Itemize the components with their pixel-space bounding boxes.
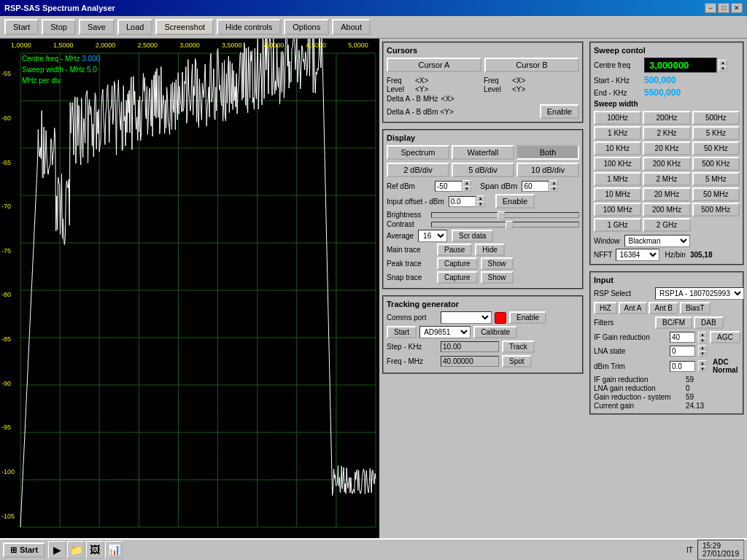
peak-show-button[interactable]: Show	[481, 257, 514, 270]
average-select[interactable]: 16832	[418, 230, 447, 242]
ic-select[interactable]: AD9851	[419, 326, 471, 338]
sweep-1mhz[interactable]: 1 MHz	[594, 172, 641, 186]
taskbar-icon-1[interactable]: ▶	[48, 541, 66, 559]
sweep-500mhz[interactable]: 500 MHz	[692, 203, 740, 217]
brightness-track[interactable]	[431, 212, 579, 218]
spot-button[interactable]: Spot	[502, 355, 532, 368]
dab-button[interactable]: DAB	[694, 316, 724, 329]
snap-capture-button[interactable]: Capture	[437, 271, 478, 284]
save-button[interactable]: Save	[79, 19, 115, 35]
sweep-50khz[interactable]: 50 KHz	[692, 141, 740, 155]
minimize-button[interactable]: −	[705, 3, 716, 13]
sweep-1khz[interactable]: 1 KHz	[594, 126, 641, 140]
nfft-select[interactable]: 16384	[616, 249, 659, 261]
dbm-trim-down[interactable]: ▼	[698, 366, 707, 372]
sweep-1ghz[interactable]: 1 GHz	[594, 218, 641, 232]
sweep-10khz[interactable]: 10 KHz	[594, 141, 641, 155]
sweep-20khz[interactable]: 20 KHz	[643, 141, 690, 155]
sweep-2khz[interactable]: 2 KHz	[643, 126, 690, 140]
maximize-button[interactable]: □	[718, 3, 729, 13]
ant-a-button[interactable]: Ant A	[619, 302, 648, 314]
freq-mhz-input[interactable]	[441, 356, 499, 367]
sweep-5mhz[interactable]: 5 MHz	[692, 172, 740, 186]
track-button[interactable]: Track	[502, 341, 535, 353]
lna-state-down[interactable]: ▼	[698, 351, 707, 357]
agc-button[interactable]: AGC	[710, 331, 740, 343]
spectrum-mode-button[interactable]: Spectrum	[387, 145, 449, 160]
waterfall-mode-button[interactable]: Waterfall	[452, 145, 514, 160]
snap-show-button[interactable]: Show	[481, 271, 514, 284]
sweep-200hz[interactable]: 200Hz	[643, 111, 690, 125]
taskbar-icon-4[interactable]: 📊	[105, 541, 123, 559]
if-gain-down[interactable]: ▼	[698, 338, 707, 343]
centre-freq-display[interactable]: 3,000000	[644, 58, 717, 73]
taskbar-icon-3[interactable]: 🖼	[86, 541, 104, 559]
input-offset-input[interactable]	[449, 196, 476, 207]
sweep-50mhz[interactable]: 50 MHz	[692, 187, 740, 201]
peak-capture-button[interactable]: Capture	[437, 257, 478, 270]
input-offset-up[interactable]: ▲	[476, 195, 485, 201]
rsp-select[interactable]: RSP1A - 1807025993	[655, 287, 744, 300]
sweep-100khz[interactable]: 100 KHz	[594, 157, 641, 171]
both-mode-button[interactable]: Both	[516, 145, 579, 160]
ref-dbm-up[interactable]: ▲	[462, 180, 471, 186]
calibrate-button[interactable]: Calibrate	[473, 326, 517, 338]
window-select[interactable]: Blackman	[624, 235, 690, 247]
ant-b-button[interactable]: Ant B	[649, 302, 678, 314]
screenshot-button[interactable]: Screenshot	[155, 19, 214, 35]
span-dbm-down[interactable]: ▼	[549, 186, 558, 192]
bc-fm-button[interactable]: BC/FM	[655, 316, 692, 329]
hide-button[interactable]: Hide	[475, 244, 505, 256]
span-dbm-up[interactable]: ▲	[549, 180, 558, 186]
ref-dbm-input[interactable]	[435, 181, 462, 192]
span-dbm-input[interactable]	[522, 181, 549, 192]
start-button[interactable]: Start	[4, 19, 39, 35]
dbm-trim-up[interactable]: ▲	[698, 360, 707, 366]
load-button[interactable]: Load	[117, 19, 152, 35]
sweep-5khz[interactable]: 5 KHz	[692, 126, 740, 140]
step-khz-input[interactable]	[441, 341, 499, 352]
bias-t-button[interactable]: BiasT	[680, 302, 711, 314]
taskbar-icon-2[interactable]: 📁	[67, 541, 85, 559]
centre-freq-up[interactable]: ▲	[719, 60, 727, 66]
close-button[interactable]: ✕	[731, 3, 743, 13]
pause-button[interactable]: Pause	[437, 244, 472, 256]
contrast-thumb[interactable]	[506, 221, 513, 230]
hiz-button[interactable]: HiZ	[594, 302, 617, 314]
sweep-200mhz[interactable]: 200 MHz	[643, 203, 690, 217]
contrast-track[interactable]	[431, 222, 579, 228]
about-button[interactable]: About	[332, 19, 371, 35]
input-offset-down[interactable]: ▼	[476, 201, 485, 207]
sweep-200khz[interactable]: 200 KHz	[643, 157, 690, 171]
sweep-2mhz[interactable]: 2 MHz	[643, 172, 690, 186]
lna-state-input[interactable]	[670, 346, 695, 357]
cursor-b-button[interactable]: Cursor B	[484, 58, 579, 72]
sweep-20mhz[interactable]: 20 MHz	[643, 187, 690, 201]
db2-button[interactable]: 2 dB/div	[387, 163, 449, 177]
stop-button[interactable]: Stop	[42, 19, 76, 35]
sweep-2ghz[interactable]: 2 GHz	[643, 218, 690, 232]
sweep-500hz[interactable]: 500Hz	[692, 111, 740, 125]
brightness-thumb[interactable]	[498, 211, 505, 220]
tracking-start-button[interactable]: Start	[387, 326, 417, 338]
sweep-100hz[interactable]: 100Hz	[594, 111, 641, 125]
sweep-500khz[interactable]: 500 KHz	[692, 157, 740, 171]
dbm-trim-input[interactable]	[670, 361, 695, 372]
comms-port-select[interactable]	[441, 311, 492, 324]
lna-state-up[interactable]: ▲	[698, 345, 707, 351]
sweep-100mhz[interactable]: 100 MHz	[594, 203, 641, 217]
options-button[interactable]: Options	[284, 19, 329, 35]
if-gain-up[interactable]: ▲	[698, 332, 707, 338]
db5-button[interactable]: 5 dB/div	[452, 163, 514, 177]
centre-freq-down[interactable]: ▼	[719, 66, 727, 71]
db10-button[interactable]: 10 dB/div	[516, 163, 579, 177]
offset-enable-button[interactable]: Enable	[495, 194, 535, 209]
cursor-a-button[interactable]: Cursor A	[387, 58, 481, 72]
if-gain-input[interactable]	[670, 332, 695, 343]
start-menu-button[interactable]: ⊞ Start	[3, 542, 45, 558]
tracking-enable-button[interactable]: Enable	[509, 311, 546, 324]
hide-controls-button[interactable]: Hide controls	[217, 19, 281, 35]
sweep-10mhz[interactable]: 10 MHz	[594, 187, 641, 201]
scr-data-button[interactable]: Scr data	[452, 230, 493, 242]
ref-dbm-down[interactable]: ▼	[462, 186, 471, 192]
